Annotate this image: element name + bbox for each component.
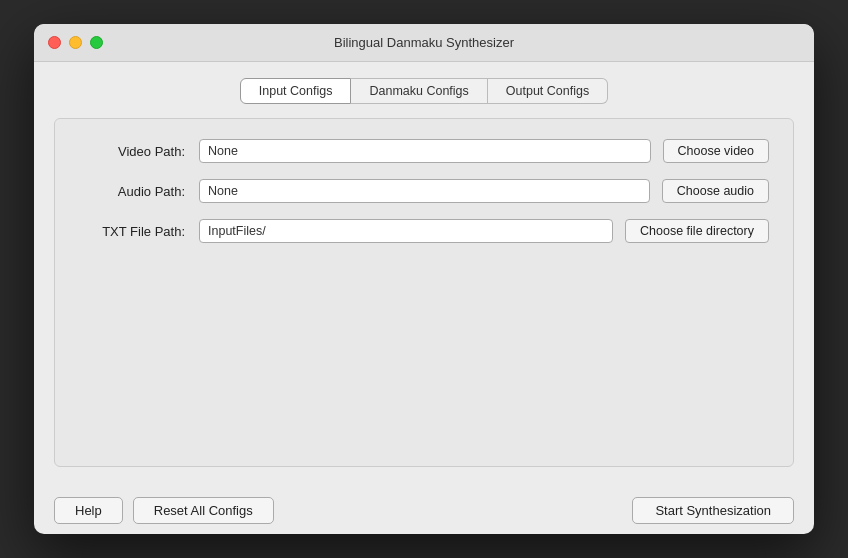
- minimize-button[interactable]: [69, 36, 82, 49]
- choose-audio-button[interactable]: Choose audio: [662, 179, 769, 203]
- video-path-input[interactable]: [199, 139, 651, 163]
- bottom-bar: Help Reset All Configs Start Synthesizat…: [34, 483, 814, 534]
- window-content: Input Configs Danmaku Configs Output Con…: [34, 62, 814, 483]
- video-path-label: Video Path:: [79, 144, 199, 159]
- choose-file-directory-button[interactable]: Choose file directory: [625, 219, 769, 243]
- audio-path-input[interactable]: [199, 179, 650, 203]
- tab-output-configs[interactable]: Output Configs: [488, 78, 608, 104]
- maximize-button[interactable]: [90, 36, 103, 49]
- txt-file-path-label: TXT File Path:: [79, 224, 199, 239]
- start-synthesization-button[interactable]: Start Synthesization: [632, 497, 794, 524]
- txt-file-path-input[interactable]: [199, 219, 613, 243]
- window-controls: [48, 36, 103, 49]
- help-button[interactable]: Help: [54, 497, 123, 524]
- audio-path-row: Audio Path: Choose audio: [79, 179, 769, 203]
- video-path-row: Video Path: Choose video: [79, 139, 769, 163]
- bottom-left-actions: Help Reset All Configs: [54, 497, 274, 524]
- input-configs-panel: Video Path: Choose video Audio Path: Cho…: [54, 118, 794, 467]
- tab-danmaku-configs[interactable]: Danmaku Configs: [351, 78, 487, 104]
- app-window: Bilingual Danmaku Synthesizer Input Conf…: [34, 24, 814, 534]
- audio-path-label: Audio Path:: [79, 184, 199, 199]
- close-button[interactable]: [48, 36, 61, 49]
- tab-bar: Input Configs Danmaku Configs Output Con…: [54, 78, 794, 104]
- window-title: Bilingual Danmaku Synthesizer: [334, 35, 514, 50]
- txt-file-path-row: TXT File Path: Choose file directory: [79, 219, 769, 243]
- title-bar: Bilingual Danmaku Synthesizer: [34, 24, 814, 62]
- tab-input-configs[interactable]: Input Configs: [240, 78, 352, 104]
- bottom-right-actions: Start Synthesization: [632, 497, 794, 524]
- choose-video-button[interactable]: Choose video: [663, 139, 769, 163]
- reset-all-configs-button[interactable]: Reset All Configs: [133, 497, 274, 524]
